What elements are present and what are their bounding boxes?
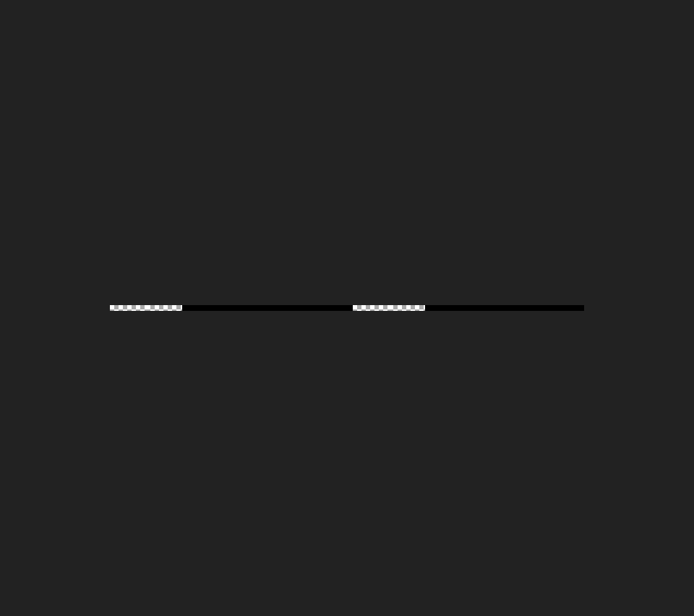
right-labels <box>425 305 584 311</box>
main-container <box>110 305 584 311</box>
right-large-icons <box>389 305 425 311</box>
left-labels <box>182 305 341 311</box>
left-large-icons <box>146 305 182 311</box>
left-small-icons <box>110 305 146 311</box>
right-small-icons <box>353 305 389 311</box>
right-panel <box>353 305 584 311</box>
center-divider <box>341 305 353 311</box>
left-panel <box>110 305 341 311</box>
